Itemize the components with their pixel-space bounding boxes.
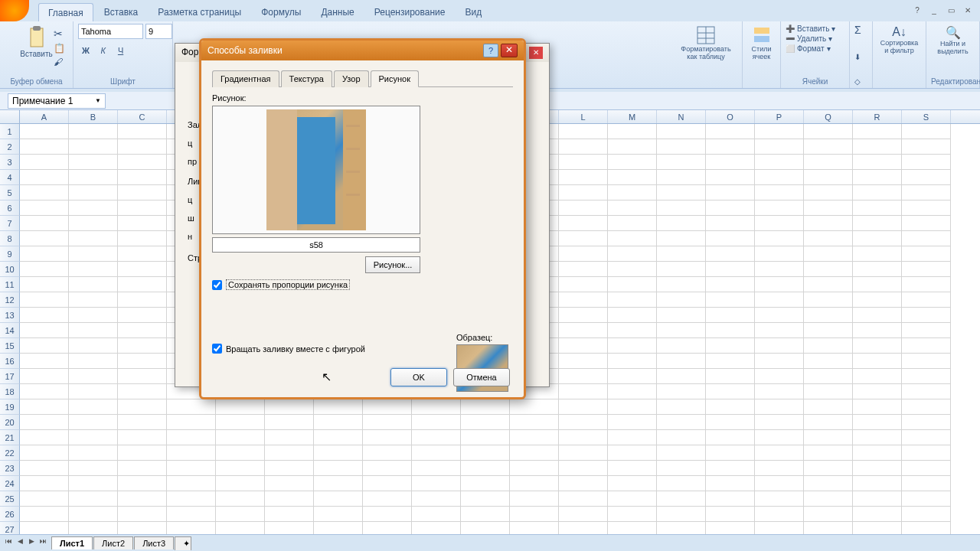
cell[interactable] bbox=[608, 185, 657, 201]
cell[interactable] bbox=[20, 369, 69, 384]
cell[interactable] bbox=[265, 430, 314, 445]
row-header[interactable]: 2 bbox=[0, 139, 20, 155]
cell[interactable] bbox=[755, 292, 804, 308]
cell[interactable] bbox=[118, 323, 167, 338]
cell[interactable] bbox=[20, 507, 69, 522]
tab-picture[interactable]: Рисунок bbox=[371, 70, 420, 87]
cell[interactable] bbox=[853, 415, 902, 430]
cell[interactable] bbox=[216, 445, 265, 461]
cell[interactable] bbox=[804, 308, 853, 323]
column-header[interactable]: A bbox=[20, 110, 69, 123]
tab-data[interactable]: Данные bbox=[312, 3, 363, 22]
row-header[interactable]: 26 bbox=[0, 507, 20, 522]
tab-review[interactable]: Рецензирование bbox=[365, 3, 455, 22]
cell[interactable] bbox=[559, 231, 608, 246]
cell[interactable] bbox=[69, 124, 118, 139]
cell[interactable] bbox=[804, 476, 853, 491]
row-header[interactable]: 13 bbox=[0, 308, 20, 323]
cell[interactable] bbox=[706, 522, 755, 534]
cell[interactable] bbox=[755, 308, 804, 323]
cell[interactable] bbox=[804, 445, 853, 461]
cell[interactable] bbox=[902, 476, 951, 491]
tab-pattern[interactable]: Узор bbox=[334, 70, 369, 87]
cell[interactable] bbox=[657, 415, 706, 430]
cell[interactable] bbox=[755, 461, 804, 476]
cell[interactable] bbox=[657, 246, 706, 262]
cell[interactable] bbox=[608, 369, 657, 384]
cell[interactable] bbox=[559, 124, 608, 139]
cell[interactable] bbox=[559, 430, 608, 445]
cell[interactable] bbox=[69, 430, 118, 445]
cell[interactable] bbox=[902, 369, 951, 384]
cell[interactable] bbox=[118, 155, 167, 170]
cell[interactable] bbox=[657, 384, 706, 399]
cell[interactable] bbox=[608, 461, 657, 476]
cell[interactable] bbox=[755, 415, 804, 430]
cell[interactable] bbox=[706, 445, 755, 461]
cell[interactable] bbox=[657, 170, 706, 185]
cell[interactable] bbox=[608, 399, 657, 415]
cell[interactable] bbox=[853, 216, 902, 231]
cell[interactable] bbox=[657, 338, 706, 354]
cell[interactable] bbox=[706, 262, 755, 277]
cell[interactable] bbox=[314, 491, 363, 507]
cell[interactable] bbox=[755, 445, 804, 461]
cell[interactable] bbox=[804, 201, 853, 216]
cell[interactable] bbox=[755, 430, 804, 445]
fill-dialog-titlebar[interactable]: Способы заливки ? ✕ bbox=[201, 41, 524, 60]
cell[interactable] bbox=[706, 155, 755, 170]
cell[interactable] bbox=[559, 216, 608, 231]
cell[interactable] bbox=[804, 522, 853, 534]
cell[interactable] bbox=[804, 216, 853, 231]
cell[interactable] bbox=[314, 415, 363, 430]
next-sheet-button[interactable]: ▶ bbox=[26, 537, 37, 549]
cell[interactable] bbox=[608, 491, 657, 507]
row-header[interactable]: 16 bbox=[0, 354, 20, 369]
cell[interactable] bbox=[902, 170, 951, 185]
cell[interactable] bbox=[902, 522, 951, 534]
cell[interactable] bbox=[657, 308, 706, 323]
minimize-icon[interactable]: _ bbox=[928, 6, 940, 17]
cell[interactable] bbox=[216, 522, 265, 534]
cell[interactable] bbox=[167, 445, 216, 461]
cell[interactable] bbox=[167, 430, 216, 445]
cell[interactable] bbox=[69, 231, 118, 246]
cell[interactable] bbox=[412, 522, 461, 534]
cell[interactable] bbox=[657, 369, 706, 384]
cell[interactable] bbox=[608, 216, 657, 231]
cell[interactable] bbox=[559, 476, 608, 491]
cell[interactable] bbox=[69, 246, 118, 262]
cell[interactable] bbox=[314, 445, 363, 461]
cell[interactable] bbox=[559, 323, 608, 338]
cell[interactable] bbox=[853, 369, 902, 384]
row-header[interactable]: 6 bbox=[0, 201, 20, 216]
cell[interactable] bbox=[216, 507, 265, 522]
cell[interactable] bbox=[657, 124, 706, 139]
cell[interactable] bbox=[804, 231, 853, 246]
cell[interactable] bbox=[853, 445, 902, 461]
cell[interactable] bbox=[853, 338, 902, 354]
cell[interactable] bbox=[118, 139, 167, 155]
cell[interactable] bbox=[902, 308, 951, 323]
cell[interactable] bbox=[69, 507, 118, 522]
cell[interactable] bbox=[804, 155, 853, 170]
cell[interactable] bbox=[804, 491, 853, 507]
cell[interactable] bbox=[755, 522, 804, 534]
cell[interactable] bbox=[853, 522, 902, 534]
cell[interactable] bbox=[706, 384, 755, 399]
cell[interactable] bbox=[804, 384, 853, 399]
cell[interactable] bbox=[902, 430, 951, 445]
cell[interactable] bbox=[608, 384, 657, 399]
cell[interactable] bbox=[706, 399, 755, 415]
cell[interactable] bbox=[20, 277, 69, 292]
cell[interactable] bbox=[902, 491, 951, 507]
cell[interactable] bbox=[608, 170, 657, 185]
sheet-tab-3[interactable]: Лист3 bbox=[134, 536, 174, 549]
find-select-button[interactable]: 🔍 Найти и выделить bbox=[931, 24, 975, 57]
select-all-corner[interactable] bbox=[0, 110, 20, 123]
row-header[interactable]: 20 bbox=[0, 415, 20, 430]
row-header[interactable]: 15 bbox=[0, 338, 20, 354]
cell[interactable] bbox=[118, 277, 167, 292]
cell[interactable] bbox=[853, 430, 902, 445]
cell[interactable] bbox=[461, 461, 510, 476]
